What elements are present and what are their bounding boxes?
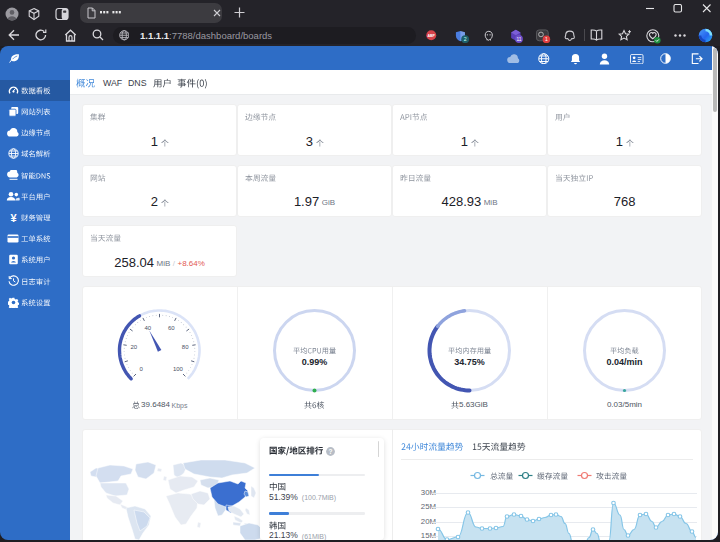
svg-text:ABP: ABP xyxy=(428,34,436,38)
svg-text:11: 11 xyxy=(517,36,522,41)
svg-text:1: 1 xyxy=(545,36,548,42)
svg-text:?: ? xyxy=(329,448,333,455)
svg-text:2: 2 xyxy=(464,36,467,42)
